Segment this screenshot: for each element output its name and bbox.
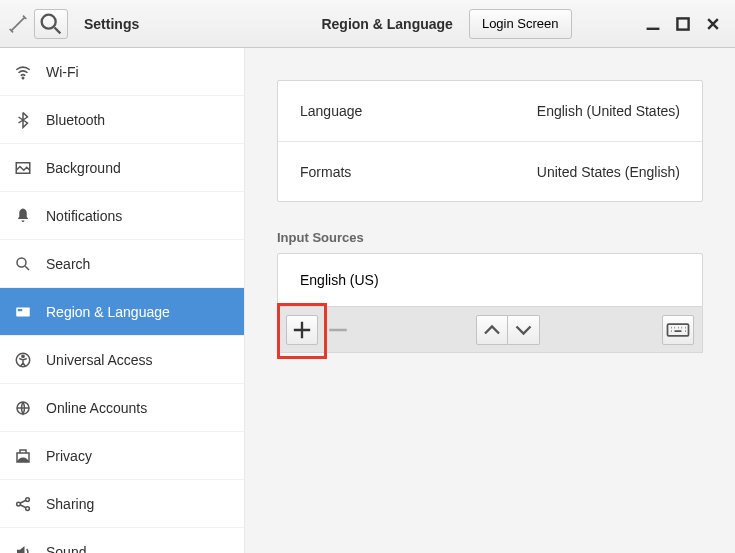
sidebar-item-universal-access[interactable]: Universal Access: [0, 336, 244, 384]
privacy-icon: [14, 447, 32, 465]
settings-app-icon: [8, 14, 28, 34]
svg-point-4: [17, 258, 26, 267]
formats-label: Formats: [300, 164, 351, 180]
svg-rect-1: [677, 18, 688, 29]
window-controls: [645, 16, 735, 32]
sidebar-item-label: Privacy: [46, 448, 92, 464]
sidebar-item-label: Sharing: [46, 496, 94, 512]
svg-rect-13: [668, 324, 689, 336]
search-button[interactable]: [34, 9, 68, 39]
svg-point-8: [22, 355, 24, 357]
search-icon: [14, 255, 32, 273]
online-accounts-icon: [14, 399, 32, 417]
svg-rect-5: [16, 307, 30, 316]
wifi-icon: [14, 63, 32, 81]
sidebar-item-bluetooth[interactable]: Bluetooth: [0, 96, 244, 144]
input-source-item[interactable]: English (US): [278, 254, 702, 306]
sidebar-item-region-language[interactable]: Region & Language: [0, 288, 244, 336]
move-up-button[interactable]: [476, 315, 508, 345]
sidebar-item-label: Bluetooth: [46, 112, 105, 128]
sidebar-item-wifi[interactable]: Wi-Fi: [0, 48, 244, 96]
content-panel: Language English (United States) Formats…: [245, 48, 735, 553]
login-screen-button[interactable]: Login Screen: [469, 9, 572, 39]
accessibility-icon: [14, 351, 32, 369]
sidebar-item-privacy[interactable]: Privacy: [0, 432, 244, 480]
app-title: Settings: [84, 16, 139, 32]
sidebar-item-online-accounts[interactable]: Online Accounts: [0, 384, 244, 432]
remove-input-source-button[interactable]: [322, 315, 354, 345]
maximize-button[interactable]: [675, 16, 691, 32]
close-button[interactable]: [705, 16, 721, 32]
sidebar-item-label: Search: [46, 256, 90, 272]
minimize-button[interactable]: [645, 16, 661, 32]
svg-rect-6: [18, 309, 23, 311]
move-down-button[interactable]: [508, 315, 540, 345]
titlebar-center: Region & Language Login Screen: [248, 9, 645, 39]
sidebar-item-label: Universal Access: [46, 352, 153, 368]
formats-value: United States (English): [537, 164, 680, 180]
sidebar-item-sharing[interactable]: Sharing: [0, 480, 244, 528]
formats-row[interactable]: Formats United States (English): [278, 141, 702, 201]
sidebar-item-label: Region & Language: [46, 304, 170, 320]
sidebar-item-label: Background: [46, 160, 121, 176]
sidebar-item-label: Online Accounts: [46, 400, 147, 416]
sidebar-item-sound[interactable]: Sound: [0, 528, 244, 553]
language-settings-list: Language English (United States) Formats…: [277, 80, 703, 202]
svg-point-2: [22, 77, 24, 79]
sidebar-item-background[interactable]: Background: [0, 144, 244, 192]
language-row[interactable]: Language English (United States): [278, 81, 702, 141]
sidebar-item-notifications[interactable]: Notifications: [0, 192, 244, 240]
region-icon: [14, 303, 32, 321]
language-label: Language: [300, 103, 362, 119]
titlebar: Settings Region & Language Login Screen: [0, 0, 735, 48]
sidebar-item-search[interactable]: Search: [0, 240, 244, 288]
input-sources-toolbar: [277, 307, 703, 353]
sound-icon: [14, 543, 32, 554]
background-icon: [14, 159, 32, 177]
sidebar-item-label: Notifications: [46, 208, 122, 224]
bluetooth-icon: [14, 111, 32, 129]
sidebar-item-label: Sound: [46, 544, 86, 554]
svg-point-0: [42, 14, 56, 28]
sharing-icon: [14, 495, 32, 513]
panel-title: Region & Language: [321, 16, 452, 32]
language-value: English (United States): [537, 103, 680, 119]
titlebar-left: Settings: [0, 9, 248, 39]
sidebar[interactable]: Wi-Fi Bluetooth Background Notifications…: [0, 48, 245, 553]
add-input-source-button[interactable]: [286, 315, 318, 345]
sidebar-item-label: Wi-Fi: [46, 64, 79, 80]
input-sources-title: Input Sources: [277, 230, 703, 245]
input-sources-list: English (US): [277, 253, 703, 307]
keyboard-layout-button[interactable]: [662, 315, 694, 345]
input-source-label: English (US): [300, 272, 379, 288]
notifications-icon: [14, 207, 32, 225]
